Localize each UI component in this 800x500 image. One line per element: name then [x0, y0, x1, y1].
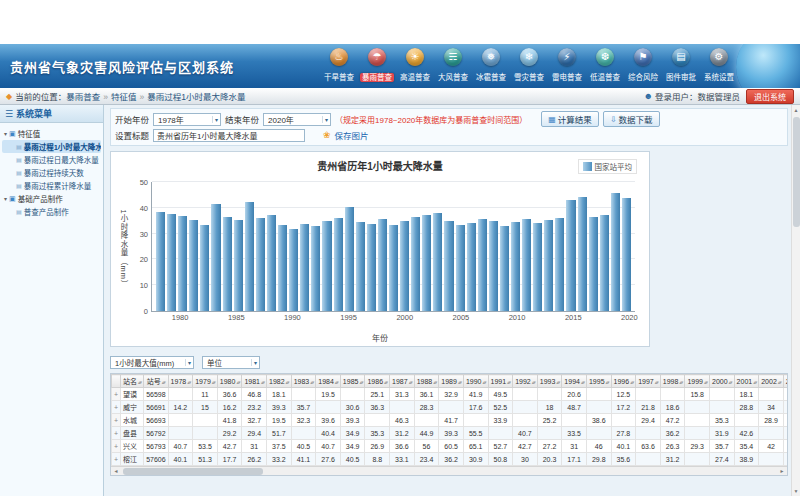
sidebar-item[interactable]: ▤暴雨过程1小时最大降水量 — [2, 140, 101, 153]
column-header-year-1982[interactable]: 1982▴▾ — [267, 375, 292, 388]
breadcrumb-item[interactable]: 特征值 — [111, 92, 137, 102]
sidebar-group[interactable]: ▾▣特征值 — [2, 127, 101, 140]
column-header-year-1996[interactable]: 1996▴▾ — [611, 375, 636, 388]
sidebar-group-label: 特征值 — [18, 128, 41, 139]
calc-result-button[interactable]: ▦ 计算结果 — [541, 111, 599, 127]
column-header-year-1994[interactable]: 1994▴▾ — [562, 375, 587, 388]
nav-item-hail-survey[interactable]: ❅冰雹普查 — [472, 48, 510, 84]
chart-bar — [356, 222, 365, 311]
sidebar-item[interactable]: ▤普查产品制作 — [2, 205, 101, 218]
column-header-year-1997[interactable]: 1997▴▾ — [636, 375, 661, 388]
value-type-select[interactable]: 1小时最大值(mm) ▾ — [110, 356, 194, 369]
breadcrumb-item[interactable]: 暴雨普查 — [66, 92, 100, 102]
column-header-year-1986[interactable]: 1986▴▾ — [365, 375, 390, 388]
column-header-year-1989[interactable]: 1989▴▾ — [439, 375, 464, 388]
chart-title-input[interactable] — [153, 129, 305, 142]
horizontal-scroll-track[interactable] — [121, 468, 777, 475]
column-header-year-1992[interactable]: 1992▴▾ — [513, 375, 538, 388]
column-header-year-1999[interactable]: 1999▴▾ — [685, 375, 710, 388]
scroll-right-icon[interactable]: ► — [777, 468, 787, 474]
row-expander[interactable]: + — [112, 440, 121, 453]
unit-select[interactable]: 单位 ▾ — [202, 356, 260, 369]
vertical-scroll-thumb[interactable] — [793, 117, 800, 227]
nav-item-wind-survey[interactable]: ☴大风普查 — [434, 48, 472, 84]
chevron-down-icon: ▾ — [251, 359, 257, 366]
column-header-year-1995[interactable]: 1995▴▾ — [586, 375, 611, 388]
row-expander[interactable]: + — [112, 414, 121, 427]
column-header-year-2001[interactable]: 2001▴▾ — [734, 375, 759, 388]
nav-item-snow-survey[interactable]: ❄雪灾普查 — [510, 48, 548, 84]
scroll-down-icon[interactable]: ▼ — [792, 486, 800, 496]
nav-item-high-temp-survey[interactable]: ☀高温普查 — [396, 48, 434, 84]
column-header-year-2003[interactable]: 2003▴▾ — [783, 375, 788, 388]
row-expander[interactable]: + — [112, 388, 121, 401]
column-header-year-1980[interactable]: 1980▴▾ — [217, 375, 242, 388]
column-header-station-name[interactable]: 站名▴▾ — [121, 375, 144, 388]
column-header-year-1978[interactable]: 1978▴▾ — [168, 375, 193, 388]
nav-item-cold-survey[interactable]: ❆低温普查 — [586, 48, 624, 84]
breadcrumb-item[interactable]: 暴雨过程1小时最大降水量 — [147, 92, 245, 102]
column-header-year-1979[interactable]: 1979▴▾ — [193, 375, 218, 388]
filter-row-title: 设置标题 ❀ 保存图片 — [115, 127, 783, 143]
nav-item-drought-survey[interactable]: ♨干旱普查 — [320, 48, 358, 84]
value-cell: 39.6 — [316, 414, 341, 427]
end-year-select[interactable]: 2020年 ▾ — [263, 113, 331, 126]
sidebar-item[interactable]: ▤暴雨过程累计降水量 — [2, 179, 101, 192]
nav-item-system-settings[interactable]: ⚙系统设置 — [700, 48, 738, 84]
column-label: 1988 — [417, 378, 433, 385]
sidebar-item[interactable]: ▤暴雨过程持续天数 — [2, 166, 101, 179]
column-header-year-1985[interactable]: 1985▴▾ — [340, 375, 365, 388]
chart-bar — [345, 207, 354, 311]
value-cell: 32.3 — [291, 414, 316, 427]
column-header-station-id[interactable]: 站号▴▾ — [144, 375, 168, 388]
value-cell — [513, 401, 538, 414]
nav-item-rainstorm-survey[interactable]: ☂暴雨普查 — [358, 48, 396, 84]
sidebar-group-label: 基础产品制作 — [18, 193, 63, 204]
column-header-year-1990[interactable]: 1990▴▾ — [463, 375, 488, 388]
scroll-up-icon[interactable]: ▲ — [792, 105, 800, 115]
sidebar-group[interactable]: ▾▣基础产品制作 — [2, 192, 101, 205]
vertical-scrollbar[interactable]: ▲ ▼ — [791, 105, 800, 496]
horizontal-scrollbar[interactable]: ◄ ► — [111, 466, 787, 475]
row-expander[interactable]: + — [112, 453, 121, 466]
column-header-year-1987[interactable]: 1987▴▾ — [390, 375, 415, 388]
logout-button[interactable]: 退出系统 — [746, 89, 794, 104]
nav-item-lightning-survey[interactable]: ⚡雷电普查 — [548, 48, 586, 84]
column-header-year-1993[interactable]: 1993▴▾ — [537, 375, 562, 388]
column-header-year-2000[interactable]: 2000▴▾ — [710, 375, 735, 388]
sidebar: ☰ 系统菜单 ▾▣特征值▤暴雨过程1小时最大降水量▤暴雨过程日最大降水量▤暴雨过… — [0, 105, 104, 496]
nav-item-map-approval[interactable]: ▤图件审批 — [662, 48, 700, 84]
column-header-year-1981[interactable]: 1981▴▾ — [242, 375, 267, 388]
column-header-year-2002[interactable]: 2002▴▾ — [759, 375, 784, 388]
value-cell: 26.9 — [365, 440, 390, 453]
value-cell: 38.9 — [734, 453, 759, 466]
row-expander[interactable]: + — [112, 427, 121, 440]
data-download-button[interactable]: ⇩ 数据下载 — [603, 111, 660, 127]
table-row: +榕江5760640.151.317.726.233.241.127.640.5… — [112, 453, 789, 466]
chart-bar — [500, 226, 509, 311]
column-header-year-1998[interactable]: 1998▴▾ — [660, 375, 685, 388]
horizontal-scroll-thumb[interactable] — [123, 468, 263, 475]
value-cell — [685, 401, 710, 414]
start-year-select[interactable]: 1978年 ▾ — [153, 113, 221, 126]
column-header-year-1988[interactable]: 1988▴▾ — [414, 375, 439, 388]
column-label: 1991 — [491, 378, 507, 385]
chart-bar — [189, 220, 198, 311]
end-year-value: 2020年 — [268, 114, 294, 125]
page: 贵州省气象灾害风险评估与区划系统 ♨干旱普查☂暴雨普查☀高温普查☴大风普查❅冰雹… — [0, 0, 800, 500]
column-header-year-1983[interactable]: 1983▴▾ — [291, 375, 316, 388]
app-header: 贵州省气象灾害风险评估与区划系统 ♨干旱普查☂暴雨普查☀高温普查☴大风普查❅冰雹… — [0, 44, 800, 88]
chart-bar — [544, 220, 553, 311]
value-cell — [685, 414, 710, 427]
sidebar-item[interactable]: ▤暴雨过程日最大降水量 — [2, 153, 101, 166]
nav-item-overall-risk[interactable]: ⚑综合风险 — [624, 48, 662, 84]
value-cell: 31.9 — [710, 427, 735, 440]
column-header-year-1991[interactable]: 1991▴▾ — [488, 375, 513, 388]
row-expander[interactable]: + — [112, 401, 121, 414]
value-cell: 27.4 — [710, 453, 735, 466]
scroll-left-icon[interactable]: ◄ — [111, 468, 121, 474]
nav-item-label: 综合风险 — [626, 73, 660, 82]
column-label: 1996 — [614, 378, 630, 385]
column-header-year-1984[interactable]: 1984▴▾ — [316, 375, 341, 388]
save-image-link[interactable]: 保存图片 — [335, 129, 369, 141]
